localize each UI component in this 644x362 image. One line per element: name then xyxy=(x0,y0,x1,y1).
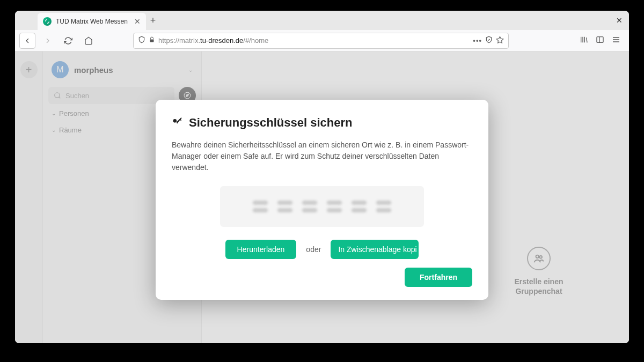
security-key-display xyxy=(220,186,424,227)
new-tab-button[interactable]: + xyxy=(150,15,156,26)
lock-icon[interactable] xyxy=(149,36,155,45)
modal-overlay[interactable]: Sicherungsschlüssel sichern Bewahre dein… xyxy=(15,51,629,343)
dialog-body: Bewahre deinen Sicherheitsschlüssel an e… xyxy=(172,139,472,173)
shield-icon[interactable] xyxy=(138,36,145,45)
browser-toolbar: https://matrix.tu-dresden.de/#/home ••• xyxy=(15,30,629,51)
or-label: oder xyxy=(306,245,321,254)
tab-close-icon[interactable]: ✕ xyxy=(134,17,141,26)
tab-title: TUD Matrix Web Messen xyxy=(56,18,128,25)
url-bar[interactable]: https://matrix.tu-dresden.de/#/home ••• xyxy=(133,33,509,49)
page-actions-icon[interactable]: ••• xyxy=(473,36,482,45)
menu-icon[interactable] xyxy=(612,35,620,46)
app-content: + M morpheus ⌄ Suchen ⌄ Personen xyxy=(15,51,629,343)
download-button[interactable]: Herunterladen xyxy=(225,240,297,259)
reload-button[interactable] xyxy=(60,33,76,49)
protection-icon[interactable] xyxy=(485,36,493,45)
browser-window: TUD Matrix Web Messen ✕ + ✕ https://matr xyxy=(15,11,629,343)
url-text: https://matrix.tu-dresden.de/#/home xyxy=(158,36,470,45)
key-icon xyxy=(172,116,182,130)
copy-button[interactable]: In Zwischenablage kopi xyxy=(331,240,419,259)
library-icon[interactable] xyxy=(580,35,588,46)
sidebar-toggle-icon[interactable] xyxy=(596,35,604,46)
security-key-dialog: Sicherungsschlüssel sichern Bewahre dein… xyxy=(156,100,488,300)
bookmark-icon[interactable] xyxy=(496,36,504,46)
favicon xyxy=(43,17,52,26)
forward-button xyxy=(40,33,56,49)
titlebar: TUD Matrix Web Messen ✕ + ✕ xyxy=(15,11,629,30)
continue-button[interactable]: Fortfahren xyxy=(405,268,472,287)
window-close-icon[interactable]: ✕ xyxy=(616,16,623,25)
back-button[interactable] xyxy=(19,33,35,49)
home-button[interactable] xyxy=(80,33,97,49)
svg-marker-1 xyxy=(496,36,503,43)
svg-line-5 xyxy=(587,38,587,42)
browser-tab[interactable]: TUD Matrix Web Messen ✕ xyxy=(38,13,146,30)
svg-rect-6 xyxy=(597,36,603,42)
dialog-title: Sicherungsschlüssel sichern xyxy=(189,116,352,130)
toolbar-right xyxy=(580,35,625,46)
svg-rect-0 xyxy=(150,40,154,42)
